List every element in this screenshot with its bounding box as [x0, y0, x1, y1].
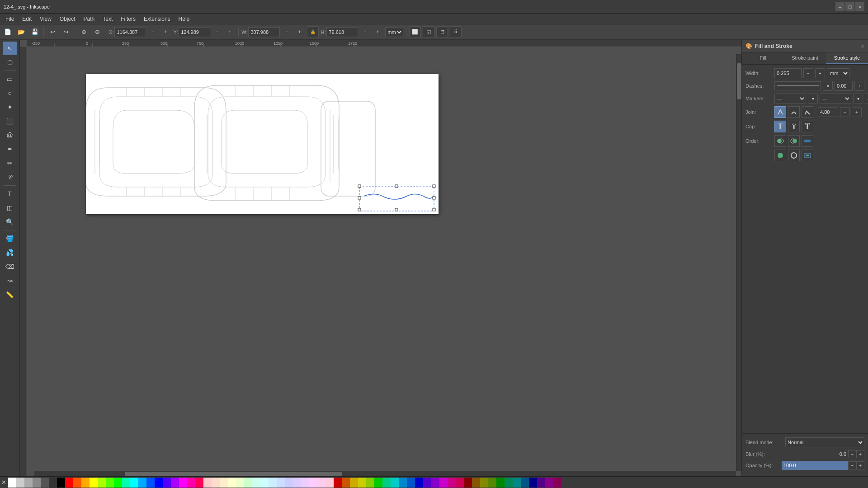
width-input[interactable]	[774, 68, 802, 78]
color-swatch[interactable]	[171, 478, 179, 488]
dashes-value-input[interactable]	[835, 81, 853, 91]
redo-button[interactable]: ↪	[60, 26, 72, 38]
menu-text[interactable]: Text	[99, 15, 116, 23]
marker-start-dropdown[interactable]: ▾	[808, 94, 818, 103]
menu-filters[interactable]: Filters	[117, 15, 139, 23]
order-fill-paint-button[interactable]	[788, 135, 800, 147]
scrollbar-thumb-v[interactable]	[737, 63, 741, 99]
lock-aspect-button[interactable]: 🔒	[307, 26, 319, 38]
transform-btn-3[interactable]: ⊟	[436, 26, 448, 38]
color-swatch[interactable]	[537, 478, 545, 488]
color-swatch[interactable]	[244, 478, 252, 488]
color-swatch[interactable]	[155, 478, 163, 488]
color-swatch[interactable]	[317, 478, 326, 488]
color-swatch[interactable]	[260, 478, 269, 488]
width-plus[interactable]: +	[815, 68, 825, 78]
color-swatch[interactable]	[301, 478, 309, 488]
color-swatch[interactable]	[277, 478, 285, 488]
color-swatch[interactable]	[513, 478, 521, 488]
x-minus[interactable]: −	[147, 26, 159, 38]
tab-stroke-style[interactable]: Stroke style	[826, 52, 868, 64]
join-round-button[interactable]	[788, 106, 800, 118]
vertical-scrollbar[interactable]	[736, 54, 741, 471]
color-swatch[interactable]	[472, 478, 480, 488]
unit-select[interactable]: mm px cm in	[385, 27, 403, 37]
blur-plus[interactable]: +	[856, 450, 864, 458]
color-swatch[interactable]	[350, 478, 358, 488]
w-minus[interactable]: −	[281, 26, 292, 38]
color-swatch[interactable]	[65, 478, 73, 488]
menu-object[interactable]: Object	[56, 15, 79, 23]
color-swatch[interactable]	[122, 478, 130, 488]
color-swatch[interactable]	[57, 478, 65, 488]
color-swatch[interactable]	[195, 478, 203, 488]
fill-tool[interactable]: 🪣	[3, 232, 17, 245]
order-custom-button[interactable]	[802, 150, 813, 161]
eraser-tool[interactable]: ⌫	[3, 260, 17, 273]
color-swatch[interactable]	[309, 478, 317, 488]
color-swatch[interactable]	[269, 478, 277, 488]
x-plus[interactable]: +	[160, 26, 171, 38]
color-swatch[interactable]	[415, 478, 423, 488]
color-swatch[interactable]	[220, 478, 228, 488]
cap-square-button[interactable]	[802, 121, 813, 132]
color-swatch[interactable]	[545, 478, 553, 488]
dashes-plus[interactable]: +	[854, 81, 864, 91]
tab-fill[interactable]: Fill	[742, 52, 784, 64]
color-swatch[interactable]	[16, 478, 24, 488]
color-swatch[interactable]	[496, 478, 505, 488]
join-minus[interactable]: −	[840, 107, 850, 117]
color-swatch[interactable]	[228, 478, 236, 488]
color-swatch[interactable]	[49, 478, 57, 488]
h-plus[interactable]: +	[372, 26, 383, 38]
width-unit-select[interactable]: mm px	[827, 68, 849, 78]
y-plus[interactable]: +	[224, 26, 236, 38]
color-swatch[interactable]	[505, 478, 513, 488]
dashes-dropdown[interactable]: ▾	[823, 81, 833, 91]
transform-btn-2[interactable]: ◱	[423, 26, 434, 38]
color-swatch[interactable]	[73, 478, 81, 488]
menu-help[interactable]: Help	[175, 15, 193, 23]
join-miter-button[interactable]	[774, 106, 786, 118]
w-plus[interactable]: +	[293, 26, 305, 38]
h-minus[interactable]: −	[359, 26, 371, 38]
color-swatch[interactable]	[285, 478, 293, 488]
y-input[interactable]	[179, 27, 210, 37]
canvas-area[interactable]: -250 0 250 500 750 1000 1250 1500 1750	[20, 40, 741, 476]
menu-view[interactable]: View	[36, 15, 55, 23]
zoom-in-button[interactable]: ⊕	[78, 26, 90, 38]
color-swatch[interactable]	[464, 478, 472, 488]
color-swatch[interactable]	[553, 478, 561, 488]
marker-start-select[interactable]: —	[774, 94, 806, 103]
color-swatch[interactable]	[439, 478, 448, 488]
color-swatch[interactable]	[90, 478, 98, 488]
color-swatch[interactable]	[529, 478, 537, 488]
calligraphy-tool[interactable]: 𝒞	[3, 170, 17, 184]
order-paint-fill-button[interactable]	[774, 135, 786, 147]
color-swatch[interactable]	[342, 478, 350, 488]
color-swatch[interactable]	[431, 478, 439, 488]
order-paint-fill-2-button[interactable]	[774, 150, 786, 161]
y-minus[interactable]: −	[211, 26, 223, 38]
pen-tool[interactable]: ✒	[3, 142, 17, 156]
maximize-button[interactable]: □	[845, 2, 854, 11]
color-swatch[interactable]	[399, 478, 407, 488]
canvas-container[interactable]	[27, 47, 741, 476]
marker-mid-dropdown[interactable]: ▾	[853, 94, 863, 103]
color-swatch[interactable]	[334, 478, 342, 488]
color-swatch[interactable]	[138, 478, 146, 488]
color-swatch[interactable]	[130, 478, 138, 488]
minimize-button[interactable]: –	[835, 2, 844, 11]
undo-button[interactable]: ↩	[47, 26, 58, 38]
color-swatch[interactable]	[407, 478, 415, 488]
menu-path[interactable]: Path	[80, 15, 99, 23]
rect-tool[interactable]: ▭	[3, 72, 17, 86]
width-minus[interactable]: −	[803, 68, 813, 78]
open-button[interactable]: 📂	[15, 26, 27, 38]
node-tool[interactable]: ⬡	[3, 56, 17, 69]
save-button[interactable]: 💾	[29, 26, 41, 38]
no-color-button[interactable]: ✕	[0, 477, 8, 488]
horizontal-scrollbar[interactable]	[34, 471, 736, 476]
3d-box-tool[interactable]: ⬛	[3, 114, 17, 128]
color-swatch[interactable]	[448, 478, 456, 488]
